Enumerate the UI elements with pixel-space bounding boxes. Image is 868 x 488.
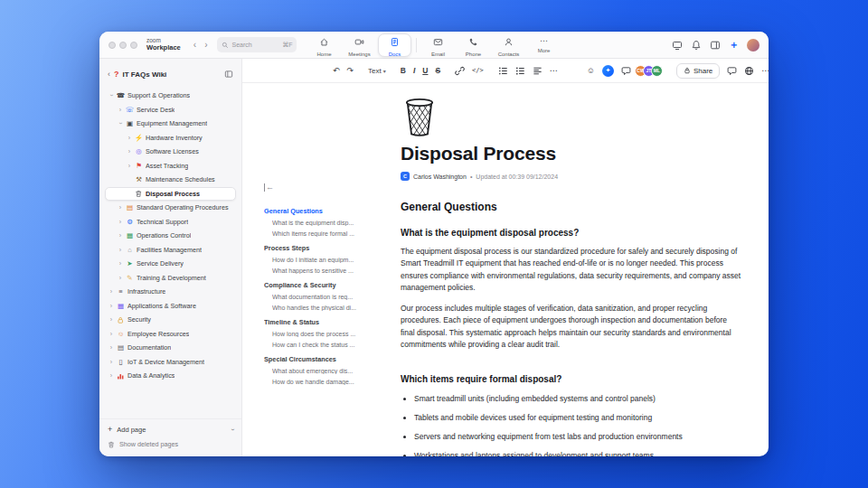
sidebar-item-equipment-management[interactable]: › ▣ Equipment Management	[105, 117, 236, 131]
toc-section-process-steps[interactable]: Process Steps	[264, 244, 378, 252]
close-window-button[interactable]	[108, 42, 116, 49]
expand-chevron-icon[interactable]: ›	[118, 219, 123, 225]
toolbar-more-icon[interactable]: ⋯	[550, 66, 558, 75]
toc-item[interactable]: What is the equipment disp...	[272, 220, 378, 226]
toc-item[interactable]: How do we handle damage...	[272, 379, 378, 385]
sidebar-item-disposal-process[interactable]: Disposal Process	[105, 187, 236, 202]
toc-section-general-questions[interactable]: General Questions	[264, 207, 378, 215]
tab-docs[interactable]: Docs	[378, 33, 411, 57]
italic-button[interactable]: I	[413, 66, 415, 75]
strikethrough-button[interactable]: S	[435, 66, 440, 75]
expand-chevron-icon[interactable]: ›	[118, 247, 123, 253]
tab-contacts[interactable]: Contacts	[492, 33, 525, 57]
expand-chevron-icon[interactable]: ›	[108, 331, 114, 337]
sidebar-item-service-desk[interactable]: › ☏ Service Desk	[105, 103, 236, 117]
expand-chevron-icon[interactable]: ›	[127, 135, 132, 141]
numbered-list-button[interactable]	[515, 66, 525, 76]
notifications-bell-icon[interactable]	[691, 40, 702, 51]
expand-chevron-icon[interactable]: ›	[118, 260, 123, 267]
expand-chevron-icon[interactable]: ›	[108, 344, 114, 351]
bullet-list-button[interactable]	[498, 66, 508, 76]
text-style-dropdown[interactable]: Text▾	[368, 67, 386, 75]
expand-chevron-icon[interactable]: ›	[118, 204, 123, 211]
expand-chevron-icon[interactable]: ›	[127, 163, 132, 169]
tab-meetings[interactable]: Meetings	[343, 33, 376, 57]
back-button[interactable]: ‹	[193, 40, 196, 50]
forward-button[interactable]: ›	[204, 40, 207, 50]
tab-phone[interactable]: Phone	[457, 33, 490, 57]
toc-item[interactable]: How can I check the status ...	[272, 342, 378, 348]
toc-section-compliance-security[interactable]: Compliance & Security	[264, 281, 378, 289]
toc-collapse-icon[interactable]: ←	[264, 183, 274, 192]
expand-chevron-icon[interactable]: ›	[108, 359, 114, 365]
sidebar-item-documentation[interactable]: › ▤ Documentation	[105, 341, 236, 355]
expand-chevron-icon[interactable]: ›	[108, 288, 114, 295]
add-page-button[interactable]: + Add page ›	[108, 425, 233, 434]
sidebar-item-maintenance-schedules[interactable]: ⚒ Maintenance Schedules	[105, 173, 236, 187]
expand-chevron-icon[interactable]: ›	[118, 275, 123, 281]
sidebar-item-standard-operating-procedures[interactable]: › ▤ Standard Operating Procedures	[105, 201, 236, 215]
emoji-button[interactable]: ☺	[587, 66, 595, 75]
share-button[interactable]: Share	[676, 63, 720, 79]
doc-content[interactable]: Disposal Process C Carlos Washington • U…	[385, 83, 769, 456]
new-item-plus-button[interactable]: ＋	[729, 38, 739, 52]
sidebar-item-data-analytics[interactable]: › Data & Analytics	[105, 369, 236, 383]
expand-chevron-icon[interactable]: ›	[118, 121, 124, 127]
user-avatar[interactable]	[747, 39, 760, 52]
toc-section-special-circumstances[interactable]: Special Circumstances	[264, 355, 378, 363]
sidebar-item-service-delivery[interactable]: › ➤ Service Delivery	[105, 257, 236, 271]
sidebar-item-operations-control[interactable]: › ▦ Operations Control	[105, 229, 236, 243]
tab-email[interactable]: Email	[421, 33, 455, 57]
sidebar-item-facilities-management[interactable]: › ⌂ Facilities Management	[105, 243, 236, 258]
sidebar-item-asset-tracking[interactable]: › ⚑ Asset Tracking	[105, 159, 236, 174]
undo-button[interactable]: ↶	[333, 66, 340, 75]
toc-item[interactable]: How long does the process ...	[272, 331, 378, 337]
ai-companion-button[interactable]: ✦	[602, 65, 614, 77]
link-button[interactable]	[455, 66, 465, 76]
collaborator-avatar[interactable]: ML	[651, 65, 663, 77]
toc-item[interactable]: What documentation is req...	[272, 294, 378, 300]
sidebar-item-hardware-inventory[interactable]: › ⚡ Hardware Inventory	[105, 131, 236, 145]
minimize-window-button[interactable]	[119, 42, 127, 49]
toc-item[interactable]: What happens to sensitive ...	[272, 267, 378, 274]
tab-home[interactable]: Home	[307, 33, 341, 57]
toc-item[interactable]: Who handles the physical di...	[272, 305, 378, 311]
underline-button[interactable]: U	[422, 66, 428, 75]
collapse-sidebar-icon[interactable]	[224, 66, 233, 82]
expand-chevron-icon[interactable]: ›	[118, 232, 123, 239]
sidebar-item-technical-support[interactable]: › ⚙ Technical Support	[105, 215, 236, 230]
bold-button[interactable]: B	[401, 66, 406, 75]
toc-item[interactable]: Which items require formal ...	[272, 230, 378, 237]
toc-item[interactable]: What about emergency dis...	[272, 368, 378, 374]
sidebar-item-training-development[interactable]: › ✎ Training & Development	[105, 271, 236, 286]
sidebar-item-infrastructure[interactable]: › ≡ Infrastructure	[105, 285, 236, 299]
tab-more[interactable]: ⋯ More	[527, 33, 561, 57]
sidebar-item-employee-resources[interactable]: › ☺ Employee Resources	[105, 327, 236, 342]
doc-more-icon[interactable]: ⋯	[761, 66, 769, 75]
inline-code-button[interactable]: </>	[472, 67, 484, 74]
sidebar-toggle-icon[interactable]	[710, 40, 721, 51]
sidebar-item-applications-software[interactable]: › ▦ Applications & Software	[105, 299, 236, 314]
expand-chevron-icon[interactable]: ›	[118, 107, 123, 113]
zoom-window-button[interactable]	[130, 42, 137, 49]
expand-chevron-icon[interactable]: ›	[108, 372, 114, 379]
sidebar-item-iot-device-management[interactable]: › ▯ IoT & Device Management	[105, 355, 236, 370]
expand-chevron-icon[interactable]: ›	[108, 93, 115, 99]
redo-button[interactable]: ↷	[347, 66, 354, 75]
devices-icon[interactable]	[672, 40, 683, 51]
comments-panel-button[interactable]	[727, 66, 737, 76]
sidebar-item-software-licenses[interactable]: › ◎ Software Licenses	[105, 145, 236, 159]
sidebar-item-support-operations[interactable]: › ☎ Support & Operations	[105, 89, 236, 103]
expand-chevron-icon[interactable]: ›	[108, 316, 114, 323]
toc-item[interactable]: How do I initiate an equipm...	[272, 257, 378, 263]
chevron-down-icon[interactable]: ›	[229, 428, 235, 430]
global-search-input[interactable]: Search ⌘F	[217, 37, 297, 52]
show-deleted-pages-button[interactable]: Show deleted pages	[108, 440, 233, 448]
align-button[interactable]	[533, 66, 542, 76]
publish-globe-button[interactable]	[744, 66, 754, 76]
sidebar-item-security[interactable]: › Security	[105, 313, 236, 327]
expand-chevron-icon[interactable]: ›	[127, 148, 132, 155]
expand-chevron-icon[interactable]: ›	[108, 303, 114, 309]
toc-section-timeline-status[interactable]: Timeline & Status	[264, 318, 378, 326]
sidebar-back-chevron-icon[interactable]: ‹	[108, 70, 110, 79]
